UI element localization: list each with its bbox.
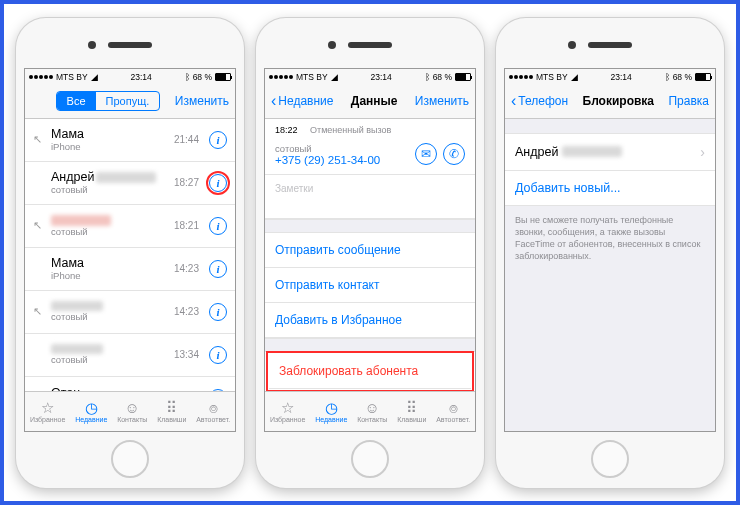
- call-row[interactable]: Мама iPhone 14:23 i: [25, 248, 235, 291]
- call-name: Мама: [51, 127, 168, 141]
- clock: 23:14: [611, 72, 632, 82]
- call-row[interactable]: Андрей сотовый 18:27 i: [25, 162, 235, 205]
- call-name: Андрей: [51, 170, 168, 184]
- info-button[interactable]: i: [209, 174, 227, 192]
- segmented-control: Все Пропущ.: [56, 91, 161, 111]
- call-name: [51, 301, 168, 311]
- chevron-left-icon: ‹: [271, 93, 276, 109]
- call-sub: iPhone: [51, 141, 168, 152]
- call-sub: сотовый: [51, 354, 168, 365]
- calls-list: ↖ Мама iPhone 21:44 i Андрей сотовый 18:…: [25, 119, 235, 391]
- info-button[interactable]: i: [209, 346, 227, 364]
- add-new-button[interactable]: Добавить новый...: [505, 171, 715, 206]
- wifi-icon: ◢: [91, 72, 98, 82]
- call-time: 21:44: [174, 134, 199, 145]
- tab-bar: ☆Избранное ◷Недавние ☺Контакты ⠿Клавиши …: [25, 391, 235, 431]
- call-row[interactable]: ↖ сотовый 14:23 i: [25, 291, 235, 334]
- chevron-right-icon: ›: [700, 144, 705, 160]
- carrier-label: MTS BY: [536, 72, 568, 82]
- tab-recents[interactable]: ◷Недавние: [75, 400, 107, 423]
- call-sub: iPhone: [51, 270, 168, 281]
- seg-missed[interactable]: Пропущ.: [96, 92, 160, 110]
- home-button[interactable]: [351, 440, 389, 478]
- back-button[interactable]: ‹Телефон: [511, 93, 568, 109]
- clock: 23:14: [371, 72, 392, 82]
- clock-icon: ◷: [325, 400, 338, 415]
- edit-button[interactable]: Изменить: [175, 94, 229, 108]
- call-header: 18:22 Отмененный вызов: [265, 119, 475, 139]
- tab-voicemail[interactable]: ⌾Автоответ.: [436, 400, 470, 423]
- page-title: Блокировка: [583, 94, 655, 108]
- block-caller-action[interactable]: Заблокировать абонента: [269, 354, 471, 389]
- call-time: 18:27: [174, 177, 199, 188]
- tab-voicemail[interactable]: ⌾Автоответ.: [196, 400, 230, 423]
- keypad-icon: ⠿: [406, 400, 417, 415]
- blocked-content: Андрей › Добавить новый... Вы не сможете…: [505, 119, 715, 431]
- tab-recents[interactable]: ◷Недавние: [315, 400, 347, 423]
- phone-label: сотовый: [275, 143, 409, 154]
- phone-number[interactable]: +375 (29) 251-34-00: [275, 154, 409, 166]
- call-sub: сотовый: [51, 226, 168, 237]
- nav-bar: Все Пропущ. Изменить: [25, 85, 235, 119]
- tab-keypad[interactable]: ⠿Клавиши: [397, 400, 426, 423]
- explain-text: Вы не сможете получать телефонные звонки…: [505, 206, 715, 271]
- add-favorite-action[interactable]: Добавить в Избранное: [265, 303, 475, 338]
- blurred-text: [51, 301, 103, 311]
- star-icon: ☆: [41, 400, 54, 415]
- tab-contacts[interactable]: ☺Контакты: [357, 400, 387, 423]
- phone-frame: MTS BY ◢ 23:14 ᛒ 68 % ‹Недавние Данные И…: [256, 18, 484, 488]
- blocked-contact-row[interactable]: Андрей ›: [505, 133, 715, 171]
- page-title: Данные: [351, 94, 398, 108]
- details-content: 18:22 Отмененный вызов сотовый +375 (29)…: [265, 119, 475, 391]
- blurred-text: [562, 146, 622, 157]
- battery-percent: 68 %: [673, 72, 692, 82]
- tab-favorites[interactable]: ☆Избранное: [270, 400, 305, 423]
- call-name: [51, 215, 168, 226]
- back-button[interactable]: ‹Недавние: [271, 93, 333, 109]
- tab-contacts[interactable]: ☺Контакты: [117, 400, 147, 423]
- seg-all[interactable]: Все: [57, 92, 96, 110]
- call-name: [51, 344, 168, 354]
- section-spacer: [265, 219, 475, 233]
- bluetooth-icon: ᛒ: [425, 72, 430, 82]
- clock-icon: ◷: [85, 400, 98, 415]
- tab-keypad[interactable]: ⠿Клавиши: [157, 400, 186, 423]
- call-time: 14:23: [174, 306, 199, 317]
- message-button[interactable]: ✉: [415, 143, 437, 165]
- info-button[interactable]: i: [209, 131, 227, 149]
- call-button[interactable]: ✆: [443, 143, 465, 165]
- call-time: 13:34: [174, 349, 199, 360]
- call-name: Мама: [51, 256, 168, 270]
- battery-percent: 68 %: [193, 72, 212, 82]
- tab-favorites[interactable]: ☆Избранное: [30, 400, 65, 423]
- send-message-action[interactable]: Отправить сообщение: [265, 233, 475, 268]
- wifi-icon: ◢: [571, 72, 578, 82]
- signal-icon: [269, 75, 293, 79]
- phone-frame: MTS BY ◢ 23:14 ᛒ 68 % ‹Телефон Блокировк…: [496, 18, 724, 488]
- call-sub: сотовый: [51, 184, 168, 195]
- home-button[interactable]: [111, 440, 149, 478]
- edit-button[interactable]: Изменить: [415, 94, 469, 108]
- outgoing-icon: ↖: [33, 305, 45, 318]
- share-contact-action[interactable]: Отправить контакт: [265, 268, 475, 303]
- battery-icon: [215, 73, 231, 81]
- notes-field[interactable]: Заметки: [265, 175, 475, 219]
- call-row[interactable]: Отец рабочий 13:34 i: [25, 377, 235, 391]
- home-button[interactable]: [591, 440, 629, 478]
- bluetooth-icon: ᛒ: [185, 72, 190, 82]
- info-button[interactable]: i: [209, 303, 227, 321]
- call-row[interactable]: ↖ сотовый 18:21 i: [25, 205, 235, 248]
- phone-number-row: сотовый +375 (29) 251-34-00 ✉ ✆: [265, 139, 475, 175]
- info-button[interactable]: i: [209, 260, 227, 278]
- screen-contact-details: MTS BY ◢ 23:14 ᛒ 68 % ‹Недавние Данные И…: [264, 68, 476, 432]
- voicemail-icon: ⌾: [209, 400, 218, 415]
- call-row[interactable]: ↖ Мама iPhone 21:44 i: [25, 119, 235, 162]
- call-row[interactable]: сотовый 13:34 i: [25, 334, 235, 377]
- phone-frame: MTS BY ◢ 23:14 ᛒ 68 % Все Пропущ. Измени…: [16, 18, 244, 488]
- edit-button[interactable]: Правка: [668, 94, 709, 108]
- call-sub: сотовый: [51, 311, 168, 322]
- info-button[interactable]: i: [209, 217, 227, 235]
- star-icon: ☆: [281, 400, 294, 415]
- signal-icon: [29, 75, 53, 79]
- battery-icon: [455, 73, 471, 81]
